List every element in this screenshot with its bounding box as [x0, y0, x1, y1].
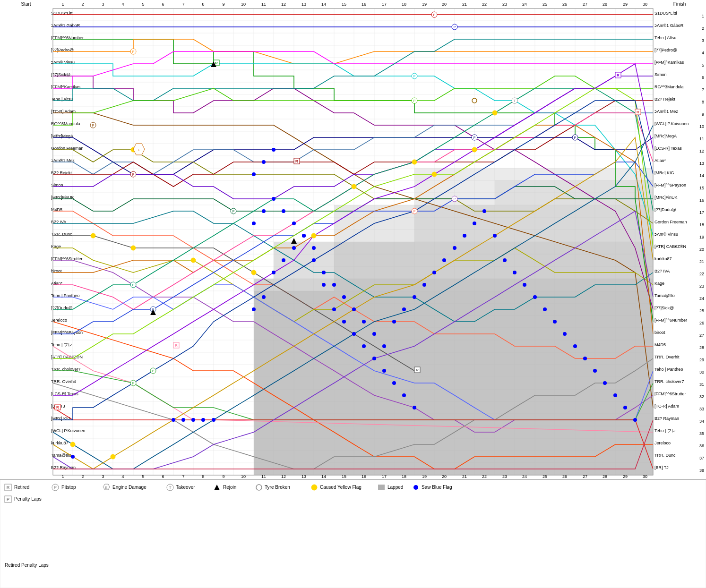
- tyre-broken-markers: [472, 98, 477, 103]
- svg-text:3: 3: [102, 474, 104, 479]
- svg-text:TRR. Dunc: TRR. Dunc: [654, 453, 676, 458]
- svg-point-334: [212, 418, 215, 422]
- svg-point-277: [282, 258, 285, 262]
- svg-text:Teho | Pantheo: Teho | Pantheo: [654, 367, 683, 372]
- svg-text:Teho | フレ: Teho | フレ: [654, 428, 676, 433]
- svg-point-329: [413, 406, 416, 409]
- svg-text:17: 17: [382, 474, 387, 479]
- svg-text:M4D5: M4D5: [654, 342, 666, 347]
- svg-text:29: 29: [623, 2, 628, 7]
- svg-point-322: [342, 320, 346, 324]
- svg-text:27: 27: [699, 333, 704, 338]
- svg-text:R: R: [56, 405, 59, 409]
- svg-text:5: 5: [142, 2, 144, 7]
- svg-text:Retired: Retired: [14, 485, 29, 490]
- svg-text:P: P: [132, 382, 135, 385]
- svg-text:P: P: [92, 124, 95, 127]
- svg-point-292: [432, 271, 436, 274]
- svg-text:R: R: [637, 110, 639, 114]
- svg-text:36: 36: [699, 443, 704, 448]
- svg-point-291: [422, 283, 426, 287]
- svg-text:Takeover: Takeover: [176, 485, 195, 490]
- svg-point-281: [322, 271, 326, 274]
- svg-point-305: [563, 332, 567, 336]
- svg-text:P: P: [132, 173, 135, 176]
- svg-text:13: 13: [301, 474, 306, 479]
- svg-point-282: [332, 283, 336, 287]
- svg-point-315: [272, 197, 276, 201]
- svg-text:33: 33: [699, 407, 704, 411]
- svg-text:S1DUS*Litti: S1DUS*Litti: [654, 11, 677, 16]
- main-container: Start Finish 1 2 3 4 5 6 7 8 9 10 11 12 …: [0, 0, 706, 588]
- svg-text:23: 23: [699, 284, 704, 289]
- svg-text:18: 18: [402, 2, 406, 7]
- svg-point-332: [191, 418, 195, 422]
- svg-text:2: 2: [81, 474, 84, 479]
- svg-point-324: [362, 344, 366, 348]
- svg-point-336: [252, 172, 256, 176]
- svg-text:19: 19: [422, 2, 427, 7]
- svg-point-278: [292, 246, 296, 250]
- svg-text:[FFM]^^6Number: [FFM]^^6Number: [654, 318, 687, 323]
- svg-text:15: 15: [342, 474, 346, 479]
- start-header: Start: [21, 1, 31, 7]
- svg-text:6: 6: [162, 474, 164, 479]
- svg-text:28: 28: [603, 2, 607, 7]
- svg-text:P: P: [413, 75, 416, 78]
- svg-text:22: 22: [482, 2, 487, 7]
- svg-text:14: 14: [699, 173, 704, 178]
- svg-text:12: 12: [281, 474, 286, 479]
- svg-text:29: 29: [699, 358, 704, 362]
- svg-point-312: [633, 418, 637, 422]
- svg-text:P: P: [574, 136, 577, 139]
- svg-text:24: 24: [522, 2, 527, 7]
- svg-text:[TC-R] Adam: [TC-R] Adam: [654, 404, 679, 409]
- svg-point-280: [312, 258, 316, 262]
- svg-text:12: 12: [281, 2, 286, 7]
- svg-text:Pitstop: Pitstop: [61, 485, 76, 490]
- svg-text:[FFM]^Kamikas: [FFM]^Kamikas: [654, 60, 684, 65]
- svg-text:[BR] TJ: [BR] TJ: [654, 465, 669, 470]
- svg-text:Jereloco: Jereloco: [654, 441, 671, 445]
- svg-point-297: [482, 209, 486, 213]
- svg-text:12: 12: [699, 149, 704, 153]
- svg-point-266: [352, 184, 356, 189]
- svg-point-264: [251, 270, 256, 275]
- svg-point-274: [252, 307, 256, 311]
- svg-text:ↄΛm®1 Mez: ↄΛm®1 Mez: [654, 109, 678, 114]
- svg-text:[LCS-R] Texas: [LCS-R] Texas: [654, 146, 682, 151]
- svg-point-275: [262, 295, 266, 299]
- svg-text:9: 9: [702, 112, 704, 117]
- svg-text:24: 24: [522, 474, 527, 479]
- svg-text:Simon: Simon: [654, 72, 667, 77]
- svg-text:[WCL] P.Koivunen: [WCL] P.Koivunen: [51, 428, 85, 433]
- svg-text:T: T: [169, 485, 172, 490]
- svg-text:14: 14: [321, 2, 326, 7]
- svg-text:32: 32: [699, 394, 704, 399]
- svg-point-295: [463, 234, 466, 238]
- svg-text:25: 25: [699, 308, 704, 313]
- svg-text:T: T: [514, 99, 516, 102]
- svg-point-309: [603, 381, 607, 385]
- svg-point-294: [453, 246, 456, 250]
- svg-text:9: 9: [222, 2, 224, 7]
- svg-text:Saw Blue Flag: Saw Blue Flag: [422, 485, 452, 490]
- svg-text:37: 37: [699, 456, 704, 460]
- svg-text:13: 13: [699, 161, 704, 166]
- svg-text:21: 21: [462, 2, 467, 7]
- svg-point-325: [372, 357, 376, 360]
- svg-text:1: 1: [702, 14, 704, 18]
- svg-point-303: [543, 307, 547, 311]
- svg-point-338: [272, 148, 276, 152]
- svg-text:20: 20: [699, 247, 704, 252]
- svg-point-320: [322, 283, 326, 287]
- svg-rect-365: [378, 485, 385, 490]
- svg-point-304: [553, 320, 557, 324]
- svg-text:3: 3: [702, 38, 704, 43]
- svg-text:18: 18: [699, 222, 704, 227]
- svg-point-283: [342, 295, 346, 299]
- svg-point-267: [412, 160, 417, 164]
- svg-point-363: [311, 485, 317, 490]
- svg-text:25: 25: [542, 2, 547, 7]
- svg-point-302: [533, 295, 537, 299]
